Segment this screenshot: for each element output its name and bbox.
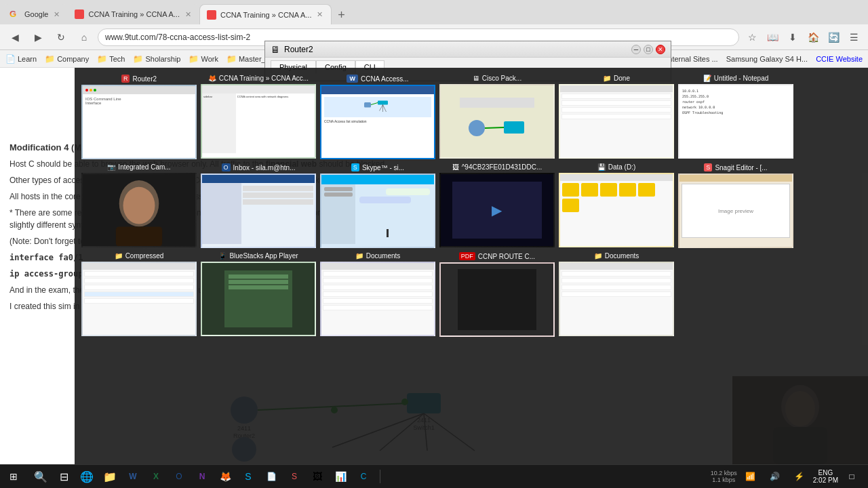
thumb-skype-preview[interactable] [320,174,435,248]
tab-google-close[interactable]: ✕ [52,9,61,20]
thumb-router2[interactable]: R Router2 IOS Command LineInterface [81,75,197,159]
taskbar-ie-icon[interactable]: 🌐 [76,466,98,487]
menu-icon[interactable]: ☰ [845,28,863,46]
bookmark-company[interactable]: 📁 Company [45,54,89,64]
taskbar-task-manager-icon[interactable]: 📊 [330,466,351,487]
thumb-video-preview[interactable]: ▶ [439,173,555,247]
taskbar-clock[interactable]: ENG 2:02 PM [813,469,838,484]
thumb-ccna2-preview[interactable]: CCNA Access list simulation [320,85,435,159]
router2-close-button[interactable]: ✕ [656,45,665,54]
router2-window-title: Router2 [284,45,313,54]
thumb-notepad[interactable]: 📝 Untitled - Notepad 10.0.0.1255.255.255… [678,75,793,159]
thumb-router2-preview[interactable]: IOS Command LineInterface [81,85,197,159]
taskbar-excel-icon[interactable]: X [145,466,167,487]
bookmark-ccie[interactable]: CCIE Website [816,55,863,63]
thumb-ccna1[interactable]: 🦊 CCNA Training » CCNA Acc... sidebar CC… [201,75,316,159]
forward-button[interactable]: ▶ [28,28,47,47]
tab-ccna1-close[interactable]: ✕ [184,9,193,20]
taskbar-acrobat-icon[interactable]: 📄 [260,466,282,487]
tab-ccna1-title: CCNA Training » CCNA A... [88,10,180,18]
thumb-ccnp-preview[interactable] [439,262,555,337]
learn-icon: 📄 [5,54,16,64]
taskbar-onenote-icon[interactable]: N [191,466,213,487]
thumb-compressed-label: 📁 Compressed [115,252,164,260]
thumb-bluestacks-preview[interactable] [201,262,316,336]
router2-minimize-button[interactable]: ─ [631,45,641,54]
reload-button[interactable]: ↻ [52,28,71,47]
taskbar-volume-icon[interactable]: 🔊 [764,466,786,487]
thumb-documents1-preview[interactable] [320,262,435,336]
bookmark-work[interactable]: 📁 Work [189,54,218,64]
taskbar-system-tray: 10.2 kbps 1.1 kbps 📶 🔊 ⚡ ENG 2:02 PM □ [711,466,868,487]
thumb-documents1[interactable]: 📁 Documents [320,252,435,337]
thumb-inbox-preview[interactable] [201,174,316,248]
thumb-video[interactable]: 🖼 ^94CB23FE01D431DDC... ▶ [439,163,555,248]
svg-line-14 [380,104,383,110]
taskbar-explorer-icon[interactable]: 📁 [99,466,121,487]
taskbar-search-icon[interactable]: 🔍 [30,466,52,487]
bookmark-scholarship[interactable]: 📁 Sholarship [133,54,180,64]
home-button[interactable]: ⌂ [75,28,94,47]
thumb-done[interactable]: 📁 Done [559,75,674,159]
thumb-snagit-preview[interactable]: Image preview [678,174,793,248]
bookmark-star-icon[interactable]: ☆ [743,28,761,46]
thumb-compressed[interactable]: 📁 Compressed [81,252,197,337]
taskbar-task-view-icon[interactable]: ⊟ [53,466,75,487]
bookmark-tech[interactable]: 📁 Tech [97,54,125,64]
taskbar-battery-icon[interactable]: ⚡ [789,466,810,487]
thumb-bluestacks[interactable]: 📱 BlueStacks App Player [201,252,316,337]
thumb-snagit[interactable]: S Snagit Editor - [... Image preview [678,163,793,248]
thumb-cam-preview[interactable] [81,173,197,247]
svg-rect-18 [460,98,534,108]
thumb-documents2-preview[interactable] [559,262,674,336]
taskbar-word-icon[interactable]: W [122,466,144,487]
start-button[interactable]: ⊞ [0,465,27,489]
svg-line-16 [383,104,387,112]
tab-google[interactable]: G Google ✕ [3,4,68,24]
taskbar-firefox-icon[interactable]: 🦊 [214,466,236,487]
taskbar-photos-icon[interactable]: 🖼 [307,466,328,487]
google-favicon: G [9,9,20,20]
home-nav-icon[interactable]: 🏠 [804,28,822,46]
thumb-cam[interactable]: 📷 Integrated Cam... [81,163,197,248]
router2-maximize-button[interactable]: □ [644,45,653,54]
thumb-notepad-preview[interactable]: 10.0.0.1255.255.255.0router ospfnetwork … [678,84,793,159]
work-icon: 📁 [189,54,199,64]
taskbar-snagit-icon[interactable]: S [283,466,305,487]
tab-ccna1[interactable]: CCNA Training » CCNA A... ✕ [68,4,199,24]
thumb-skype[interactable]: S Skype™ - si... [320,163,435,248]
thumbnails-grid: R Router2 IOS Command LineInterface 🦊 CC… [75,68,868,344]
samsung-label: Samsung Galaxy S4 H... [726,55,808,63]
thumb-documents2[interactable]: 📁 Documents [559,252,674,337]
sync-icon[interactable]: 🔄 [825,28,842,46]
reading-mode-icon[interactable]: 📖 [764,28,781,46]
thumb-data[interactable]: 💾 Data (D:) [559,163,674,248]
back-button[interactable]: ◀ [5,28,24,47]
taskbar-outlook-icon[interactable]: O [168,466,190,487]
tab-ccna2-favicon [207,10,216,20]
scholarship-icon: 📁 [133,54,143,64]
download-icon[interactable]: ⬇ [784,28,802,46]
thumb-cisco[interactable]: 🖥 Cisco Pack... [439,75,555,159]
router2-window-icon: 🖥 [271,44,280,55]
taskbar-cisco-icon[interactable]: C [353,466,374,487]
thumb-ccnp[interactable]: PDF CCNP ROUTE C... [439,252,555,337]
thumb-ccna2[interactable]: W CCNA Access... [320,75,435,159]
tab-google-title: Google [24,10,48,18]
thumb-documents1-label: 📁 Documents [355,252,401,260]
tab-ccna2-close[interactable]: ✕ [315,9,324,20]
thumb-inbox[interactable]: O Inbox - sila.m@htn... [201,163,316,248]
tab-ccna2[interactable]: CCNA Training » CCNA A... ✕ [199,4,332,24]
bookmark-samsung[interactable]: Samsung Galaxy S4 H... [726,55,808,63]
thumb-compressed-preview[interactable] [81,262,197,336]
thumb-cisco-preview[interactable] [439,84,555,159]
thumb-done-preview[interactable] [559,84,674,159]
taskbar-skype-icon[interactable]: S [237,466,259,487]
taskbar-network-icon[interactable]: 📶 [740,466,762,487]
thumb-data-preview[interactable] [559,173,674,247]
bookmark-learn[interactable]: 📄 Learn [5,54,37,64]
thumb-ccna1-preview[interactable]: sidebar CCNA content area with network d… [201,84,316,159]
new-tab-button[interactable]: + [332,5,351,24]
thumb-ccna1-label: 🦊 CCNA Training » CCNA Acc... [208,75,309,82]
taskbar-action-center-icon[interactable]: □ [841,466,863,487]
